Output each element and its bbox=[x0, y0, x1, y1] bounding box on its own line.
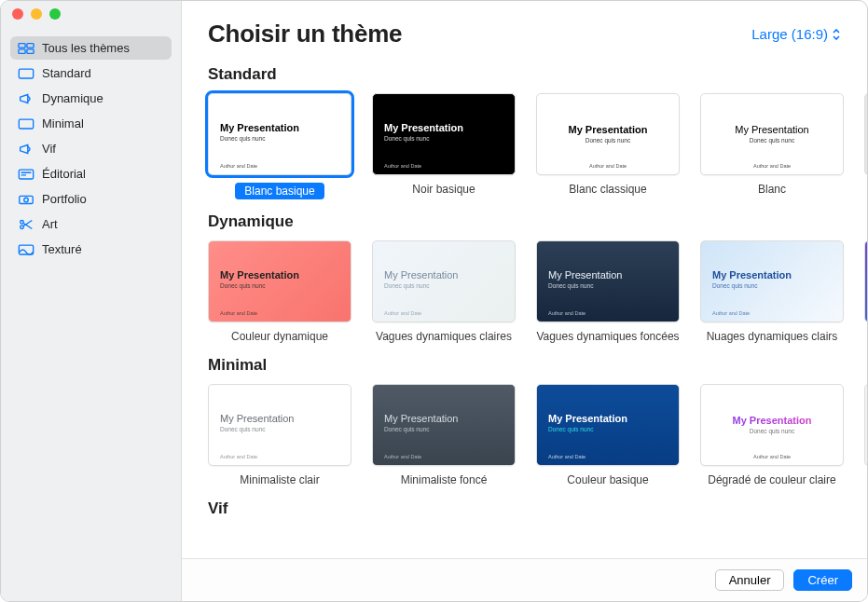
texture-icon bbox=[18, 243, 34, 256]
section-dynamique: Dynamique My Presentation Donec quis nun… bbox=[208, 212, 867, 343]
theme-thumbnail-degrade-couleur-claire[interactable]: My Presentation Donec quis nunc Author a… bbox=[700, 384, 844, 466]
theme-thumbnail-nuages-clairs[interactable]: My Presentation Donec quis nunc Author a… bbox=[700, 240, 844, 322]
rectangle-icon bbox=[18, 117, 34, 130]
sidebar-item-label: Texturé bbox=[42, 242, 82, 256]
sidebar-item-label: Portfolio bbox=[42, 192, 87, 206]
cancel-button[interactable]: Annuler bbox=[715, 569, 785, 591]
svg-rect-3 bbox=[27, 48, 34, 53]
header: Choisir un thème Large (16:9) bbox=[182, 1, 867, 52]
window-controls bbox=[12, 8, 61, 20]
minimize-window-button[interactable] bbox=[31, 8, 42, 20]
section-heading: Vif bbox=[208, 499, 867, 518]
sidebar-item-label: Vif bbox=[42, 142, 56, 156]
sidebar-item-label: Dynamique bbox=[42, 91, 103, 105]
section-standard: Standard My Presentation Donec quis nunc… bbox=[208, 65, 867, 199]
theme-thumbnail-blanc[interactable]: My Presentation Donec quis nunc Author a… bbox=[700, 93, 844, 175]
theme-thumbnail-peek[interactable] bbox=[864, 93, 867, 175]
theme-card: My Presentation Donec quis nunc Author a… bbox=[372, 240, 516, 343]
theme-chooser-window: Tous les thèmes Standard Dynamique Minim… bbox=[0, 0, 868, 602]
sidebar-item-label: Éditorial bbox=[42, 167, 86, 181]
sidebar-item-label: Minimal bbox=[42, 116, 84, 130]
svg-rect-1 bbox=[27, 43, 34, 48]
svg-rect-4 bbox=[19, 69, 33, 78]
theme-label: Blanc basique bbox=[235, 183, 324, 199]
theme-card: My Presentation Donec quis nunc Author a… bbox=[700, 93, 844, 199]
rectangle-icon bbox=[18, 67, 34, 80]
megaphone-icon bbox=[18, 143, 34, 156]
zoom-window-button[interactable] bbox=[49, 8, 61, 20]
theme-thumbnail-blanc-classique[interactable]: My Presentation Donec quis nunc Author a… bbox=[536, 93, 680, 175]
svg-rect-5 bbox=[19, 119, 33, 129]
theme-thumbnail-couleur-dynamique[interactable]: My Presentation Donec quis nunc Author a… bbox=[208, 240, 351, 322]
aspect-ratio-selector[interactable]: Large (16:9) bbox=[751, 26, 841, 42]
theme-card: My Presentation Donec quis nunc Author a… bbox=[208, 384, 351, 486]
sidebar-item-vif[interactable]: Vif bbox=[10, 137, 172, 160]
newspaper-icon bbox=[18, 168, 34, 181]
theme-label: Blanc bbox=[758, 183, 786, 196]
section-heading: Minimal bbox=[208, 356, 867, 375]
theme-label: Nuages dynamiques clairs bbox=[707, 330, 838, 343]
theme-thumbnail-minimaliste-fonce[interactable]: My Presentation Donec quis nunc Author a… bbox=[372, 384, 516, 466]
theme-label: Minimaliste clair bbox=[240, 473, 319, 486]
theme-thumbnail-noir-basique[interactable]: My Presentation Donec quis nunc Author a… bbox=[372, 93, 516, 175]
theme-card: My Presentation Donec quis nunc Author a… bbox=[208, 240, 351, 343]
close-window-button[interactable] bbox=[12, 8, 23, 20]
theme-card: My Presentation Donec quis nunc Author a… bbox=[536, 93, 680, 199]
aspect-ratio-label: Large (16:9) bbox=[751, 26, 828, 42]
sidebar-item-portfolio[interactable]: Portfolio bbox=[10, 187, 172, 211]
sidebar-item-label: Standard bbox=[42, 66, 91, 80]
theme-label: Vagues dynamiques claires bbox=[376, 330, 512, 343]
svg-rect-0 bbox=[19, 43, 25, 48]
section-heading: Dynamique bbox=[208, 212, 867, 231]
sidebar-item-standard[interactable]: Standard bbox=[10, 62, 172, 85]
sidebar-item-minimal[interactable]: Minimal bbox=[10, 112, 172, 135]
theme-card: My Presentation Donec quis nunc Author a… bbox=[536, 240, 680, 343]
theme-card: My Presentation Donec quis nunc Author a… bbox=[372, 93, 516, 199]
theme-thumbnail-couleur-basique[interactable]: My Presentation Donec quis nunc Author a… bbox=[536, 384, 680, 466]
up-down-chevron-icon bbox=[832, 28, 841, 41]
sidebar-item-label: Art bbox=[42, 217, 58, 231]
svg-rect-2 bbox=[19, 48, 25, 53]
megaphone-icon bbox=[18, 92, 34, 105]
page-title: Choisir un thème bbox=[208, 20, 402, 48]
sidebar-item-dynamique[interactable]: Dynamique bbox=[10, 87, 172, 110]
theme-label: Dégradé de couleur claire bbox=[708, 473, 835, 486]
camera-icon bbox=[18, 193, 34, 206]
svg-point-10 bbox=[24, 198, 29, 202]
theme-label: Couleur dynamique bbox=[231, 330, 328, 343]
theme-label: Blanc classique bbox=[569, 183, 646, 196]
theme-label: Minimaliste foncé bbox=[401, 473, 488, 486]
theme-card: My Presentation Donec quis nunc Author a… bbox=[700, 384, 844, 486]
themes-scroll-area[interactable]: Standard My Presentation Donec quis nunc… bbox=[182, 52, 867, 558]
theme-label: Couleur basique bbox=[567, 473, 648, 486]
theme-label: Noir basique bbox=[412, 183, 475, 196]
section-vif: Vif bbox=[208, 499, 867, 518]
sidebar-item-label: Tous les thèmes bbox=[42, 41, 130, 55]
sidebar-item-art[interactable]: Art bbox=[10, 212, 172, 236]
theme-card: My Presentation Donec quis nunc Author a… bbox=[208, 93, 351, 199]
svg-rect-6 bbox=[19, 170, 33, 179]
theme-thumbnail-minimaliste-clair[interactable]: My Presentation Donec quis nunc Author a… bbox=[208, 384, 351, 466]
create-button[interactable]: Créer bbox=[793, 569, 852, 591]
sidebar-item-all-themes[interactable]: Tous les thèmes bbox=[10, 36, 172, 60]
sidebar: Tous les thèmes Standard Dynamique Minim… bbox=[1, 1, 182, 601]
section-minimal: Minimal My Presentation Donec quis nunc … bbox=[208, 356, 867, 486]
theme-label: Vagues dynamiques foncées bbox=[536, 330, 679, 343]
theme-thumbnail-peek[interactable] bbox=[864, 384, 867, 466]
theme-card: My Presentation Donec quis nunc Author a… bbox=[700, 240, 844, 343]
main-area: Choisir un thème Large (16:9) Standard M… bbox=[182, 1, 867, 601]
sidebar-item-texture[interactable]: Texturé bbox=[10, 238, 172, 261]
theme-card: My Presentation Donec quis nunc Author a… bbox=[372, 384, 516, 486]
footer: Annuler Créer bbox=[182, 558, 867, 601]
grid-icon bbox=[18, 42, 34, 55]
theme-thumbnail-vagues-foncees[interactable]: My Presentation Donec quis nunc Author a… bbox=[536, 240, 680, 322]
scissors-icon bbox=[18, 218, 34, 231]
theme-thumbnail-blanc-basique[interactable]: My Presentation Donec quis nunc Author a… bbox=[208, 93, 351, 175]
theme-thumbnail-peek[interactable] bbox=[864, 240, 867, 322]
theme-card: My Presentation Donec quis nunc Author a… bbox=[536, 384, 680, 486]
theme-thumbnail-vagues-claires[interactable]: My Presentation Donec quis nunc Author a… bbox=[372, 240, 516, 322]
sidebar-item-editorial[interactable]: Éditorial bbox=[10, 162, 172, 185]
section-heading: Standard bbox=[208, 65, 867, 84]
